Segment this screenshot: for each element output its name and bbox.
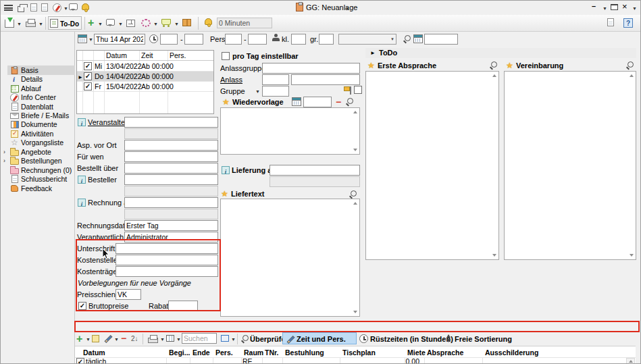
edit-icon[interactable] (104, 335, 112, 343)
sidebar-item-rechnungen[interactable]: Rechnungen (0) (1, 166, 75, 175)
fuer-wen-input[interactable] (124, 151, 218, 162)
expand-right-icon[interactable]: ► (370, 49, 376, 57)
erste-absprache-textarea[interactable] (365, 71, 499, 260)
zeit-und-pers-button[interactable]: Zeit und Pers. (282, 332, 357, 344)
print-icon[interactable] (148, 335, 158, 342)
sidebar-item-basis[interactable]: Basis (1, 66, 75, 75)
minimize-button[interactable]: – (592, 2, 596, 11)
bestellt-ueber-input[interactable] (124, 163, 218, 174)
feedback-bubble-icon[interactable] (69, 3, 78, 10)
sidebar-item-info-center[interactable]: Info Center (1, 93, 75, 102)
time-from-input[interactable] (160, 34, 178, 45)
cart-chevron-icon[interactable]: ▼ (174, 22, 179, 26)
todo-button[interactable]: To-Do (48, 16, 82, 30)
col-header[interactable]: Begi... (169, 348, 190, 357)
day-row[interactable]: Fr 15/04/2022 Ab 00:00 0 (77, 82, 213, 92)
vereinbarung-textarea[interactable] (504, 71, 636, 260)
document-clock-icon[interactable] (30, 3, 37, 11)
title-chevron-down-icon[interactable]: ▼ (345, 6, 350, 11)
col-header[interactable]: Tischplan (342, 348, 376, 357)
save-chevron-icon[interactable]: ▼ (17, 22, 22, 26)
package-icon[interactable] (182, 19, 191, 26)
rechnung-an-input[interactable] (124, 197, 218, 208)
anlass-code-input[interactable] (262, 74, 289, 85)
col-header[interactable]: Ende (193, 348, 210, 357)
scroll-up-icon[interactable] (492, 74, 496, 77)
history-document-icon[interactable] (607, 18, 614, 26)
info-icon[interactable] (222, 166, 230, 174)
search-date-input[interactable] (424, 34, 458, 45)
scroll-down-icon[interactable] (353, 149, 357, 151)
reminder-bell-icon[interactable] (205, 18, 212, 25)
freie-sortierung-button[interactable]: Freie Sortierung (455, 335, 512, 344)
info-icon[interactable] (78, 176, 86, 184)
save-icon[interactable] (5, 20, 14, 28)
expander-icon[interactable] (3, 157, 5, 164)
lieferung-an-input[interactable] (270, 165, 360, 176)
zoom-icon[interactable] (403, 35, 411, 43)
grid-view-icon[interactable] (166, 335, 174, 342)
edit-chevron-icon[interactable]: ▼ (114, 337, 119, 342)
col-header[interactable]: Datum (83, 348, 105, 357)
sidebar-item-schlussbericht[interactable]: Schlussbericht (1, 175, 75, 184)
minimize-chevron-icon[interactable]: ▼ (602, 6, 607, 11)
cart-icon[interactable] (161, 19, 171, 25)
sidebar-item-ablauf[interactable]: Ablauf (1, 84, 75, 93)
sidebar-item-vorgangsliste[interactable]: Vorgangsliste (1, 138, 75, 147)
todo-bar[interactable]: ► ToDo (365, 48, 636, 58)
scroll-down-icon[interactable] (353, 311, 357, 313)
calendar-chevron-icon[interactable]: ▼ (88, 37, 93, 42)
day-checkbox[interactable] (84, 72, 92, 80)
sidebar-item-details[interactable]: i Details (1, 75, 75, 84)
menu-icon[interactable] (4, 5, 13, 11)
gr-input[interactable] (319, 34, 334, 45)
wiedervorlage-date-input[interactable] (303, 97, 332, 107)
sort-icon[interactable] (131, 335, 138, 342)
pers-to-input[interactable] (248, 34, 267, 45)
zoom-icon[interactable] (489, 61, 497, 70)
calendar-icon[interactable] (292, 97, 301, 106)
gruppe-checkbox[interactable] (354, 86, 362, 94)
messages-chevron-icon[interactable]: ▼ (118, 22, 123, 26)
copy-icon[interactable] (92, 335, 99, 342)
table-export-chevron-icon[interactable]: ▼ (231, 337, 236, 342)
zoom-icon[interactable] (345, 98, 353, 106)
anlass-text-input[interactable] (291, 74, 360, 85)
compass-icon[interactable] (53, 3, 61, 12)
besteller-input[interactable] (124, 174, 218, 185)
sidebar-item-dokumente[interactable]: Dokumente (1, 120, 75, 129)
scroll-down-icon[interactable] (630, 254, 634, 257)
calendar-icon[interactable] (413, 34, 423, 43)
print-chevron-icon[interactable]: ▼ (39, 22, 43, 26)
people-circle-icon[interactable] (141, 19, 151, 27)
veranstalter-input[interactable] (124, 117, 218, 128)
print-icon[interactable] (26, 19, 36, 26)
col-header[interactable]: Absprache (427, 348, 463, 357)
col-header[interactable]: Ausschilderung (485, 348, 538, 357)
flag-icon[interactable] (344, 86, 350, 91)
day-row-selected[interactable]: ► Do 14/04/2022 Ab 00:00 0 (77, 72, 213, 82)
sidebar-item-angebote[interactable]: Angebote (1, 148, 75, 157)
asp-vor-ort-input[interactable] (124, 140, 218, 151)
expander-icon[interactable] (3, 149, 5, 155)
search-input[interactable] (182, 333, 217, 344)
col-header[interactable]: Pers. (215, 348, 233, 357)
zoom-icon[interactable] (349, 190, 357, 199)
anlass-label[interactable]: Anlass (220, 76, 242, 84)
scroll-up-icon[interactable] (630, 74, 634, 77)
messages-icon[interactable] (106, 19, 115, 26)
scroll-down-icon[interactable] (492, 254, 496, 257)
category-combobox[interactable] (338, 34, 396, 45)
document-star-icon[interactable] (41, 3, 48, 11)
close-chevron-icon[interactable]: ▼ (632, 6, 637, 11)
date-input[interactable] (94, 34, 145, 45)
close-button[interactable]: × (622, 2, 627, 11)
add-row-icon[interactable] (76, 334, 82, 344)
col-header[interactable]: TNr. (265, 348, 278, 357)
table-row[interactable]: täglich RE 0.00 (75, 358, 636, 364)
scroll-up-icon[interactable] (353, 111, 357, 113)
bell-icon[interactable] (82, 3, 89, 10)
day-row[interactable]: Mi 13/04/2022 Ab 00:00 0 (77, 61, 213, 72)
day-checkbox[interactable] (84, 62, 92, 70)
add-chevron-icon[interactable]: ▼ (86, 337, 91, 342)
